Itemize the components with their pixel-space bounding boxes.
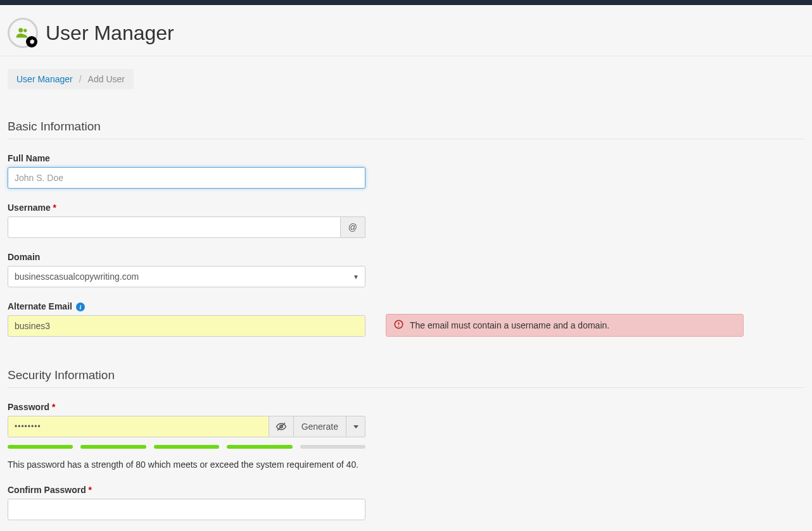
- password-label: Password *: [8, 402, 365, 412]
- strength-segment: [154, 445, 219, 449]
- password-input[interactable]: ••••••••: [8, 416, 269, 437]
- gear-icon: [26, 36, 37, 47]
- eye-off-icon: [276, 421, 287, 432]
- generate-password-options-button[interactable]: [346, 416, 365, 437]
- alternate-email-input[interactable]: [8, 315, 365, 337]
- username-input[interactable]: [8, 216, 341, 238]
- strength-segment: [8, 445, 73, 449]
- caret-down-icon: [353, 425, 358, 428]
- svg-point-0: [18, 28, 23, 32]
- top-bar: [0, 0, 812, 5]
- breadcrumb-user-manager[interactable]: User Manager: [16, 74, 73, 84]
- alternate-email-error-alert: The email must contain a username and a …: [386, 314, 744, 337]
- username-label-text: Username: [8, 203, 51, 213]
- section-basic-title: Basic Information: [8, 120, 804, 139]
- full-name-label: Full Name: [8, 153, 365, 163]
- page-title: User Manager: [46, 22, 174, 45]
- required-marker: *: [53, 203, 56, 213]
- full-name-input[interactable]: [8, 167, 365, 189]
- breadcrumb-current: Add User: [88, 74, 125, 84]
- section-security-title: Security Information: [8, 368, 804, 388]
- error-icon: [394, 320, 403, 331]
- page-header: User Manager: [0, 13, 812, 56]
- toggle-password-visibility-button[interactable]: [269, 416, 294, 437]
- required-marker: *: [89, 485, 92, 495]
- confirm-password-label-text: Confirm Password: [8, 485, 86, 495]
- password-strength-meter: [8, 445, 365, 449]
- username-label: Username *: [8, 203, 365, 213]
- breadcrumb-separator: /: [79, 74, 82, 84]
- confirm-password-input[interactable]: [8, 499, 365, 520]
- alternate-email-label-text: Alternate Email: [8, 301, 72, 311]
- strength-segment: [80, 445, 146, 449]
- domain-select[interactable]: businesscasualcopywriting.com: [8, 266, 365, 287]
- users-icon: [8, 18, 38, 48]
- domain-label: Domain: [8, 252, 365, 262]
- info-icon[interactable]: i: [76, 303, 85, 311]
- password-label-text: Password: [8, 402, 49, 412]
- confirm-password-label: Confirm Password *: [8, 485, 365, 495]
- svg-point-1: [23, 29, 27, 32]
- password-strength-help: This password has a strength of 80 which…: [8, 459, 365, 471]
- alternate-email-label: Alternate Email i: [8, 301, 365, 311]
- generate-password-button[interactable]: Generate: [294, 416, 346, 437]
- strength-segment: [300, 445, 365, 449]
- username-at-addon: @: [341, 216, 365, 238]
- breadcrumb: User Manager / Add User: [8, 69, 134, 89]
- required-marker: *: [52, 402, 55, 412]
- svg-point-4: [398, 326, 400, 327]
- alternate-email-error-text: The email must contain a username and a …: [410, 320, 609, 330]
- strength-segment: [227, 445, 292, 449]
